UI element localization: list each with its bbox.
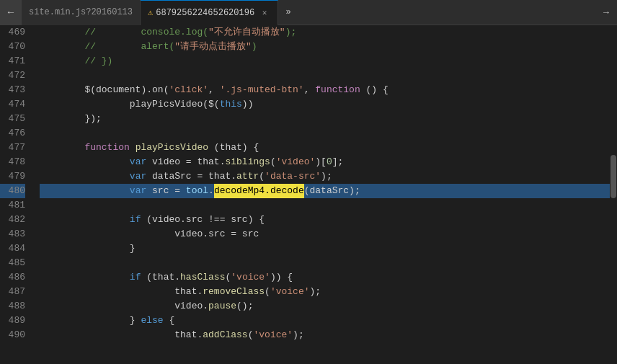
line-num-473: 473 [0, 83, 25, 97]
tab-nav-left[interactable]: ← [0, 0, 22, 25]
code-line-481 [40, 198, 610, 213]
line-num-488: 488 [0, 299, 25, 314]
line-num-470: 470 [0, 40, 25, 54]
line-num-477: 477 [0, 141, 25, 155]
tab-close-button[interactable]: ✕ [259, 7, 270, 19]
line-num-489: 489 [0, 314, 25, 328]
overflow-icon: » [285, 7, 290, 17]
code-line-477: function playPicsVideo (that) { [40, 141, 610, 155]
code-line-470: // alert("请手动点击播放") [40, 40, 610, 54]
code-line-478: var video = that.siblings('video')[0]; [40, 155, 610, 169]
code-line-476 [40, 126, 610, 141]
line-num-485: 485 [0, 256, 25, 270]
left-arrow-icon: ← [8, 6, 14, 18]
tab-active[interactable]: ⚠ 6879256224652620196 ✕ [141, 0, 278, 25]
line-num-472: 472 [0, 68, 25, 83]
code-line-472 [40, 68, 610, 83]
code-line-480: var src = tool.decodeMp4.decode(dataSrc)… [40, 184, 610, 198]
code-line-473: $(document).on('click', '.js-muted-btn',… [40, 83, 610, 97]
tab-nav-right[interactable]: → [595, 0, 617, 25]
line-num-487: 487 [0, 285, 25, 299]
line-num-471: 471 [0, 54, 25, 68]
line-num-482: 482 [0, 213, 25, 227]
code-line-482: if (video.src !== src) { [40, 213, 610, 227]
tab-bar: ← site.min.js?20160113 ⚠ 687925622465262… [0, 0, 617, 25]
tab-overflow-button[interactable]: » [278, 0, 298, 25]
code-line-486: if (that.hasClass('voice')) { [40, 270, 610, 285]
line-num-490: 490 [0, 328, 25, 342]
code-line-490: that.addClass('voice'); [40, 328, 610, 342]
tab-inactive-label: site.min.js?20160113 [29, 7, 133, 17]
line-num-474: 474 [0, 97, 25, 112]
code-line-485 [40, 256, 610, 270]
line-num-475: 475 [0, 112, 25, 126]
line-num-480: 480 [0, 184, 25, 198]
line-num-481: 481 [0, 198, 25, 213]
line-num-484: 484 [0, 241, 25, 256]
code-line-474: playPicsVideo($(this)) [40, 97, 610, 112]
code-view: 469 470 471 472 473 474 475 476 477 478 … [0, 25, 617, 364]
line-num-478: 478 [0, 155, 25, 169]
line-num-476: 476 [0, 126, 25, 141]
code-line-479: var dataSrc = that.attr('data-src'); [40, 169, 610, 184]
code-line-471: // }) [40, 54, 610, 68]
tab-inactive[interactable]: site.min.js?20160113 [22, 0, 141, 25]
right-arrow-icon: → [603, 7, 609, 18]
code-line-484: } [40, 241, 610, 256]
code-line-475: }); [40, 112, 610, 126]
scrollbar-thumb[interactable] [611, 155, 616, 198]
tab-active-label: 6879256224652620196 [156, 8, 254, 18]
line-num-469: 469 [0, 25, 25, 40]
editor-area: 469 470 471 472 473 474 475 476 477 478 … [0, 25, 617, 364]
code-content[interactable]: // console.log("不允许自动播放"); // alert("请手动… [32, 25, 610, 364]
code-line-487: that.removeClass('voice'); [40, 285, 610, 299]
code-line-488: video.pause(); [40, 299, 610, 314]
code-line-489: } else { [40, 314, 610, 328]
line-numbers: 469 470 471 472 473 474 475 476 477 478 … [0, 25, 32, 364]
line-num-479: 479 [0, 169, 25, 184]
code-line-483: video.src = src [40, 227, 610, 241]
tab-warning-icon: ⚠ [148, 7, 153, 18]
line-num-483: 483 [0, 227, 25, 241]
line-num-486: 486 [0, 270, 25, 285]
code-line-469: // console.log("不允许自动播放"); [40, 25, 610, 40]
scrollbar-track[interactable] [610, 25, 617, 364]
